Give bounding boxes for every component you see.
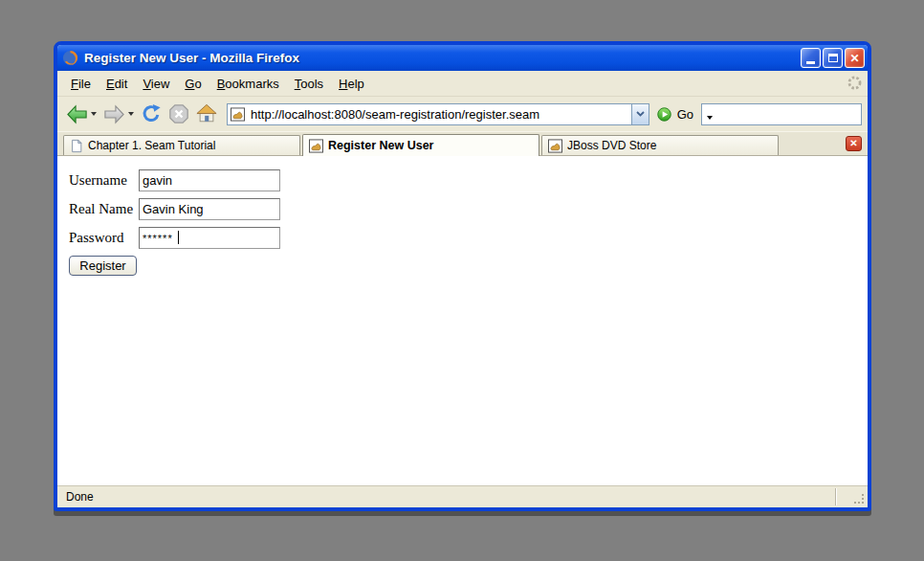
page-favicon-icon: [548, 139, 562, 153]
menu-edit[interactable]: Edit: [99, 74, 135, 94]
tab-label: Register New User: [328, 139, 433, 152]
close-icon: ✕: [849, 53, 859, 64]
maximize-button[interactable]: [823, 48, 843, 68]
resize-grip-icon[interactable]: [854, 494, 866, 505]
window-title: Register New User - Mozilla Firefox: [84, 51, 299, 65]
tab-label: JBoss DVD Store: [567, 139, 656, 152]
chevron-down-icon: [636, 111, 645, 117]
desktop: { "window": { "title": "Register New Use…: [0, 0, 924, 561]
tab-jboss-dvd-store[interactable]: JBoss DVD Store: [541, 135, 779, 155]
form-row-real-name: Real Name: [69, 198, 868, 220]
go-icon: [657, 107, 671, 122]
throbber-icon: [847, 75, 863, 91]
title-bar[interactable]: Register New User - Mozilla Firefox ✕: [57, 45, 868, 71]
forward-button[interactable]: [103, 103, 134, 125]
username-label: Username: [69, 172, 139, 189]
home-icon: [196, 103, 217, 124]
go-label: Go: [677, 107, 693, 122]
statusbar-divider: [835, 488, 836, 505]
text-caret: [178, 231, 179, 244]
tab-seam-tutorial[interactable]: Chapter 1. Seam Tutorial: [63, 135, 300, 155]
forward-dropdown-icon[interactable]: [128, 112, 134, 116]
menu-bookmarks[interactable]: Bookmarks: [209, 74, 287, 94]
menu-view[interactable]: View: [135, 74, 177, 94]
stop-button[interactable]: [168, 103, 189, 124]
address-bar[interactable]: [227, 103, 649, 125]
page-content: Username Real Name Password Register: [57, 156, 868, 485]
menu-tools[interactable]: Tools: [287, 74, 331, 94]
close-button[interactable]: ✕: [845, 48, 865, 68]
real-name-field[interactable]: [139, 198, 280, 220]
address-dropdown-button[interactable]: [631, 104, 649, 124]
menu-file[interactable]: File: [63, 74, 99, 94]
minimize-icon: [806, 61, 815, 64]
menu-go[interactable]: Go: [177, 74, 209, 94]
browser-window: Register New User - Mozilla Firefox ✕ Fi…: [54, 41, 871, 511]
firefox-icon: [62, 50, 78, 66]
username-field[interactable]: [139, 169, 280, 191]
search-box[interactable]: G: [701, 103, 862, 125]
tab-label: Chapter 1. Seam Tutorial: [88, 139, 215, 152]
page-favicon-icon: [231, 107, 245, 122]
password-field[interactable]: [139, 227, 280, 249]
page-favicon-icon: [309, 139, 323, 153]
menu-bar: File Edit View Go Bookmarks Tools Help: [57, 71, 868, 97]
close-tab-button[interactable]: ✕: [846, 136, 862, 151]
reload-button[interactable]: [141, 103, 162, 124]
tab-bar: Chapter 1. Seam Tutorial Register New Us…: [57, 131, 868, 156]
address-input[interactable]: [245, 107, 631, 122]
status-text: Done: [66, 490, 94, 504]
back-button[interactable]: [66, 103, 97, 125]
status-bar: Done: [57, 485, 868, 507]
password-label: Password: [69, 230, 139, 246]
real-name-label: Real Name: [69, 201, 139, 217]
tab-register-new-user[interactable]: Register New User: [302, 134, 539, 156]
maximize-icon: [828, 54, 838, 62]
document-icon: [70, 139, 83, 153]
forward-icon: [103, 103, 125, 125]
close-tab-icon: ✕: [849, 139, 857, 148]
menu-help[interactable]: Help: [331, 74, 372, 94]
search-input[interactable]: [713, 106, 885, 123]
register-button[interactable]: Register: [69, 256, 137, 276]
home-button[interactable]: [196, 103, 217, 124]
reload-icon: [141, 103, 162, 124]
back-dropdown-icon[interactable]: [91, 112, 97, 116]
form-row-username: Username: [69, 169, 868, 191]
stop-icon: [168, 103, 189, 124]
go-button[interactable]: Go: [657, 107, 693, 122]
minimize-button[interactable]: [801, 48, 821, 68]
navigation-toolbar: Go G: [57, 97, 868, 131]
back-icon: [66, 103, 88, 125]
form-row-password: Password: [69, 227, 868, 249]
